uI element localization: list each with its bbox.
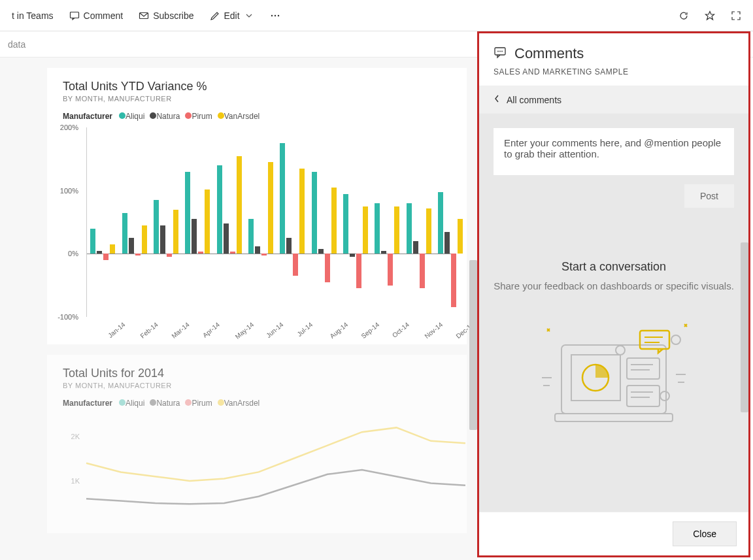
scrollbar[interactable] [741, 242, 748, 412]
chevron-down-icon [244, 10, 254, 21]
more-options-button[interactable] [263, 7, 287, 25]
comment-input[interactable]: Enter your comments here, and @mention p… [494, 128, 734, 175]
favorite-button[interactable] [698, 7, 722, 25]
fullscreen-button[interactable] [724, 7, 748, 25]
legend: Manufacturer AliquiNaturaPirumVanArsdel [63, 112, 451, 121]
line-chart: 1K2K [82, 414, 451, 525]
refresh-button[interactable] [672, 7, 695, 25]
empty-subtitle: Share your feedback on dashboards or spe… [494, 279, 734, 293]
chat-in-teams-button[interactable]: t in Teams [5, 7, 60, 25]
comments-footer: Close [479, 512, 748, 555]
star-icon [705, 10, 715, 21]
legend: Manufacturer AliquiNaturaPirumVanArsdel [63, 399, 451, 408]
svg-point-23 [616, 346, 625, 355]
bar-chart: -100%0%100%200% Jan-14Feb-14Mar-14Apr-14… [82, 127, 451, 337]
pencil-icon [210, 10, 220, 21]
back-to-all-comments[interactable]: All comments [479, 86, 748, 114]
subscribe-button[interactable]: Subscribe [132, 7, 200, 25]
refresh-icon [678, 10, 689, 21]
chevron-left-icon [494, 94, 500, 105]
svg-point-3 [274, 14, 275, 16]
expand-icon [731, 10, 741, 21]
comment-bubble-icon [494, 46, 507, 61]
comment-icon [69, 10, 80, 21]
svg-point-6 [497, 51, 499, 52]
svg-point-2 [271, 14, 272, 16]
svg-rect-0 [70, 12, 78, 18]
tile-units-2014[interactable]: Total Units for 2014 BY MONTH, MANUFACTU… [47, 355, 467, 533]
dashboard-canvas: Total Units YTD Variance % BY MONTH, MAN… [0, 58, 477, 560]
comments-header: Comments SALES AND MARKETING SAMPLE [479, 33, 748, 86]
scrollbar[interactable] [469, 260, 477, 430]
tile-title: Total Units for 2014 [63, 367, 451, 380]
svg-point-8 [501, 51, 503, 52]
svg-point-7 [499, 51, 501, 52]
svg-rect-10 [555, 414, 673, 421]
empty-title: Start a conversation [494, 260, 734, 274]
close-button[interactable]: Close [673, 521, 737, 546]
empty-state: Start a conversation Share your feedback… [494, 260, 734, 430]
comments-panel: Comments SALES AND MARKETING SAMPLE All … [477, 31, 750, 557]
post-button[interactable]: Post [684, 184, 734, 208]
toolbar: t in Teams Comment Subscribe Edit [0, 0, 753, 31]
comments-body: Enter your comments here, and @mention p… [479, 114, 748, 512]
comments-subtitle: SALES AND MARKETING SAMPLE [494, 67, 734, 76]
svg-point-4 [277, 14, 278, 16]
ellipsis-icon [270, 10, 280, 21]
tile-subtitle: BY MONTH, MANUFACTURER [63, 95, 451, 103]
svg-rect-16 [627, 386, 660, 406]
tile-variance[interactable]: Total Units YTD Variance % BY MONTH, MAN… [47, 68, 467, 344]
tile-title: Total Units YTD Variance % [63, 80, 451, 93]
edit-button[interactable]: Edit [203, 7, 261, 25]
illustration [529, 312, 699, 430]
svg-rect-13 [627, 358, 660, 379]
svg-point-24 [660, 391, 669, 401]
mail-icon [139, 10, 149, 21]
search-placeholder-text: data [8, 39, 25, 50]
tile-subtitle: BY MONTH, MANUFACTURER [63, 382, 451, 389]
comments-title: Comments [514, 45, 584, 62]
svg-point-22 [671, 335, 680, 344]
comment-button[interactable]: Comment [63, 7, 130, 25]
